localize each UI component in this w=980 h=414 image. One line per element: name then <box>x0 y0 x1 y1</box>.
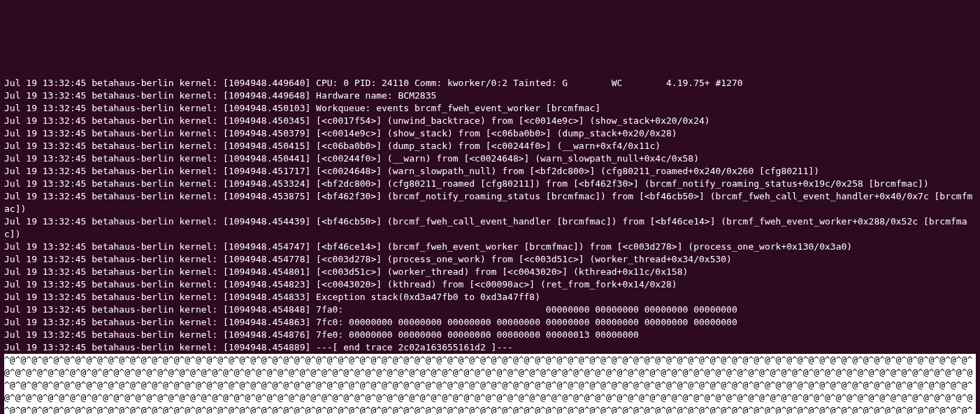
log-line: Jul 19 13:32:45 betahaus-berlin kernel: … <box>4 127 976 140</box>
log-line: Jul 19 13:32:45 betahaus-berlin kernel: … <box>4 102 976 115</box>
log-line: Jul 19 13:32:45 betahaus-berlin kernel: … <box>4 115 976 127</box>
log-line: Jul 19 13:32:45 betahaus-berlin kernel: … <box>4 215 976 241</box>
terminal-output[interactable]: Jul 19 13:32:45 betahaus-berlin kernel: … <box>0 50 980 414</box>
log-line: Jul 19 13:32:45 betahaus-berlin kernel: … <box>4 165 976 178</box>
log-line: Jul 19 13:32:45 betahaus-berlin kernel: … <box>4 90 976 102</box>
log-line: Jul 19 13:32:45 betahaus-berlin kernel: … <box>4 304 976 316</box>
log-line: Jul 19 13:32:45 betahaus-berlin kernel: … <box>4 178 976 190</box>
log-line: Jul 19 13:32:45 betahaus-berlin kernel: … <box>4 241 976 253</box>
log-line: Jul 19 13:32:45 betahaus-berlin kernel: … <box>4 329 976 341</box>
log-line: Jul 19 13:32:45 betahaus-berlin kernel: … <box>4 266 976 278</box>
log-line: Jul 19 13:32:45 betahaus-berlin kernel: … <box>4 190 976 215</box>
kernel-log-block: Jul 19 13:32:45 betahaus-berlin kernel: … <box>4 77 976 354</box>
log-line: Jul 19 13:32:45 betahaus-berlin kernel: … <box>4 253 976 266</box>
log-line: Jul 19 13:32:45 betahaus-berlin kernel: … <box>4 77 976 90</box>
log-line: Jul 19 13:32:45 betahaus-berlin kernel: … <box>4 341 976 354</box>
log-line: Jul 19 13:32:45 betahaus-berlin kernel: … <box>4 152 976 165</box>
log-line: Jul 19 13:32:45 betahaus-berlin kernel: … <box>4 278 976 291</box>
log-line: Jul 19 13:32:45 betahaus-berlin kernel: … <box>4 291 976 304</box>
log-line: Jul 19 13:32:45 betahaus-berlin kernel: … <box>4 140 976 152</box>
log-line: Jul 19 13:32:45 betahaus-berlin kernel: … <box>4 316 976 329</box>
input-garbage-block: ^@^@^@^@^@^@^@^@^@^@^@^@^@^@^@^@^@^@^@^@… <box>4 354 976 414</box>
